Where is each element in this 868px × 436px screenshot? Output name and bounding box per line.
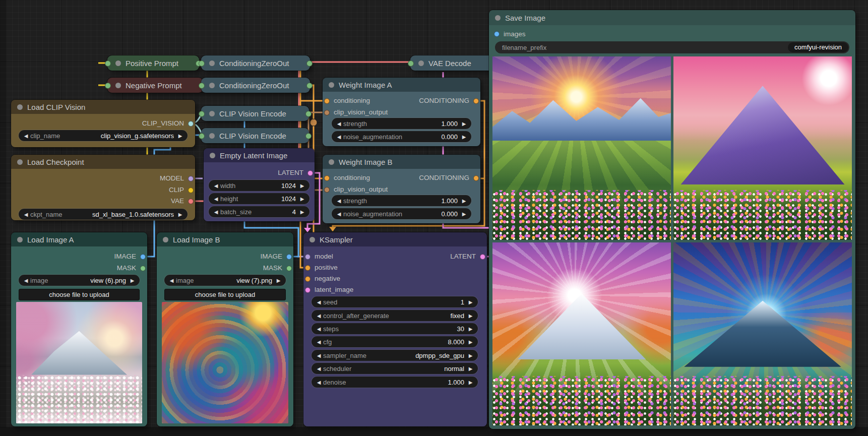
decrement-arrow-icon[interactable]: ◀: [315, 313, 323, 319]
node-positive-prompt[interactable]: Positive Prompt: [107, 55, 199, 71]
decrement-arrow-icon[interactable]: ◀: [315, 299, 323, 305]
collapse-toggle-dot[interactable]: [17, 104, 23, 110]
decrement-arrow-icon[interactable]: ◀: [315, 326, 323, 332]
collapsed-input-dot[interactable]: [105, 60, 111, 67]
increment-arrow-icon[interactable]: ▶: [298, 209, 306, 215]
increment-arrow-icon[interactable]: ▶: [460, 198, 468, 204]
node-header[interactable]: Load Checkpoint: [11, 155, 195, 169]
input-port-clip-vision-output[interactable]: [324, 110, 330, 115]
output-port-mask[interactable]: [286, 266, 292, 271]
increment-arrow-icon[interactable]: ▶: [298, 196, 306, 202]
output-port-conditioning[interactable]: [473, 175, 479, 181]
collapsed-input-dot[interactable]: [199, 60, 205, 67]
node-header[interactable]: Load CLIP Vision: [11, 100, 195, 114]
increment-arrow-icon[interactable]: ▶: [467, 339, 474, 345]
output-port-model[interactable]: [188, 176, 194, 181]
collapsed-output-dot[interactable]: [305, 111, 312, 117]
widget-noise-augmentation[interactable]: ◀ noise_augmentation 0.000 ▶: [332, 208, 471, 219]
widget-noise-augmentation[interactable]: ◀ noise_augmentation 0.000 ▶: [332, 131, 471, 142]
widget-width[interactable]: ◀ width 1024 ▶: [209, 180, 309, 191]
collapsed-input-dot[interactable]: [199, 111, 205, 117]
input-port-conditioning[interactable]: [324, 175, 330, 181]
widget-scheduler[interactable]: ◀ scheduler normal ▶: [312, 363, 478, 374]
collapse-toggle-dot[interactable]: [209, 133, 215, 139]
output-port-clip[interactable]: [188, 188, 194, 193]
collapse-toggle-dot[interactable]: [309, 237, 315, 242]
node-header[interactable]: Weight Image B: [323, 155, 480, 169]
node-header[interactable]: Weight Image A: [323, 78, 480, 92]
output-port-clip-vision[interactable]: [188, 121, 194, 127]
decrement-arrow-icon[interactable]: ◀: [212, 183, 220, 189]
output-port-image[interactable]: [286, 254, 292, 260]
node-load-checkpoint[interactable]: Load Checkpoint MODEL CLIP VAE ◀ ckpt_na…: [11, 155, 195, 220]
input-port-conditioning[interactable]: [324, 98, 330, 104]
decrement-arrow-icon[interactable]: ◀: [315, 353, 323, 358]
decrement-arrow-icon[interactable]: ◀: [335, 198, 343, 204]
output-port-vae[interactable]: [188, 199, 194, 204]
decrement-arrow-icon[interactable]: ◀: [315, 380, 323, 385]
node-weight-image-b[interactable]: Weight Image B conditioning CONDITIONING…: [323, 155, 480, 223]
increment-arrow-icon[interactable]: ▶: [275, 278, 282, 283]
collapsed-output-dot[interactable]: [306, 83, 313, 89]
collapsed-input-dot[interactable]: [199, 133, 205, 139]
collapsed-output-dot[interactable]: [306, 60, 313, 67]
widget-sampler-name[interactable]: ◀ sampler_name dpmpp_sde_gpu ▶: [312, 350, 478, 361]
collapse-toggle-dot[interactable]: [329, 159, 334, 165]
output-port-mask[interactable]: [140, 266, 146, 271]
input-port-latent-image[interactable]: [305, 287, 311, 293]
collapse-toggle-dot[interactable]: [329, 82, 334, 88]
increment-arrow-icon[interactable]: ▶: [460, 134, 468, 140]
node-header[interactable]: Empty Latent Image: [204, 148, 315, 162]
node-load-image-a[interactable]: Load Image A IMAGE MASK ◀ image view (6)…: [11, 232, 147, 426]
decrement-arrow-icon[interactable]: ◀: [335, 211, 343, 217]
decrement-arrow-icon[interactable]: ◀: [212, 196, 220, 202]
increment-arrow-icon[interactable]: ▶: [467, 313, 474, 319]
decrement-arrow-icon[interactable]: ◀: [22, 133, 30, 139]
node-conditioning-zero-out-1[interactable]: ConditioningZeroOut: [201, 55, 310, 71]
widget-height[interactable]: ◀ height 1024 ▶: [209, 193, 309, 204]
node-conditioning-zero-out-2[interactable]: ConditioningZeroOut: [201, 78, 310, 93]
decrement-arrow-icon[interactable]: ◀: [22, 212, 30, 217]
decrement-arrow-icon[interactable]: ◀: [22, 278, 30, 283]
input-port-images[interactable]: [494, 31, 500, 37]
collapse-toggle-dot[interactable]: [209, 60, 215, 66]
widget-strength[interactable]: ◀ strength 1.000 ▶: [332, 195, 471, 206]
choose-file-button[interactable]: choose file to upload: [19, 289, 140, 300]
decrement-arrow-icon[interactable]: ◀: [315, 366, 323, 371]
widget-filename-prefix[interactable]: filename_prefix comfyui-revision: [495, 41, 849, 53]
node-header[interactable]: Load Image A: [11, 232, 147, 246]
output-port-latent[interactable]: [307, 170, 313, 176]
output-port-latent[interactable]: [480, 254, 485, 260]
increment-arrow-icon[interactable]: ▶: [467, 353, 474, 358]
node-load-image-b[interactable]: Load Image B IMAGE MASK ◀ image view (7)…: [157, 232, 293, 426]
increment-arrow-icon[interactable]: ▶: [176, 212, 184, 217]
node-load-clip-vision[interactable]: Load CLIP Vision CLIP_VISION ◀ clip_name…: [11, 100, 195, 147]
increment-arrow-icon[interactable]: ▶: [467, 326, 474, 332]
decrement-arrow-icon[interactable]: ◀: [315, 339, 323, 345]
widget-control-after-generate[interactable]: ◀ control_after_generate fixed ▶: [312, 310, 478, 321]
collapsed-input-dot[interactable]: [105, 83, 111, 89]
node-weight-image-a[interactable]: Weight Image A conditioning CONDITIONING…: [323, 78, 480, 146]
increment-arrow-icon[interactable]: ▶: [298, 183, 306, 189]
widget-denoise[interactable]: ◀ denoise 1.000 ▶: [312, 377, 478, 388]
node-header[interactable]: Load Image B: [157, 232, 293, 246]
node-header[interactable]: Save Image: [489, 10, 855, 25]
node-save-image[interactable]: Save Image images filename_prefix comfyu…: [489, 10, 855, 429]
widget-image[interactable]: ◀ image view (7).png ▶: [164, 275, 286, 286]
decrement-arrow-icon[interactable]: ◀: [335, 134, 343, 140]
collapse-toggle-dot[interactable]: [418, 60, 424, 66]
output-port-conditioning[interactable]: [473, 98, 479, 104]
widget-steps[interactable]: ◀ steps 30 ▶: [312, 323, 478, 334]
node-clip-vision-encode-2[interactable]: CLIP Vision Encode: [201, 128, 309, 143]
output-port-image[interactable]: [140, 254, 146, 260]
collapse-toggle-dot[interactable]: [209, 83, 215, 88]
node-clip-vision-encode-1[interactable]: CLIP Vision Encode: [201, 106, 309, 121]
node-ksampler[interactable]: KSampler model LATENT positive negative …: [303, 232, 487, 426]
widget-seed[interactable]: ◀ seed 1 ▶: [312, 296, 478, 307]
collapsed-input-dot[interactable]: [408, 60, 414, 67]
collapse-toggle-dot[interactable]: [210, 153, 215, 158]
decrement-arrow-icon[interactable]: ◀: [168, 278, 175, 283]
node-header[interactable]: KSampler: [303, 232, 487, 246]
node-negative-prompt[interactable]: Negative Prompt: [107, 78, 203, 93]
increment-arrow-icon[interactable]: ▶: [467, 366, 474, 371]
